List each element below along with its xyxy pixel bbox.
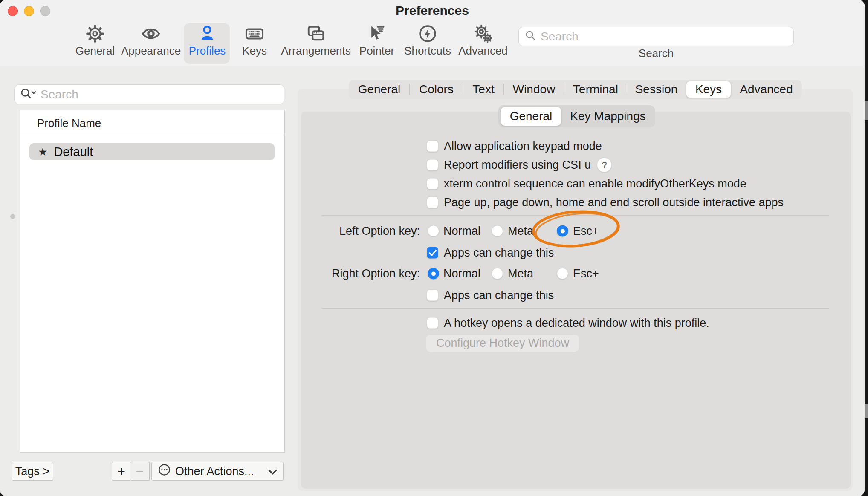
- cursor-icon: [367, 24, 386, 43]
- profile-search-field[interactable]: [14, 84, 284, 104]
- hotkey-window-checkbox[interactable]: [427, 317, 438, 329]
- checkbox-label: Apps can change this: [444, 289, 554, 302]
- toolbar-item-label: Pointer: [359, 44, 394, 58]
- profile-list-header: Profile Name: [37, 117, 101, 130]
- radio-label: Normal: [443, 225, 480, 238]
- checkbox-label: Apps can change this: [444, 246, 554, 260]
- checkbox-label: Report modifiers using CSI u: [444, 159, 591, 172]
- lightning-icon: [418, 24, 437, 43]
- radio-label: Normal: [443, 267, 480, 280]
- checkbox-label: A hotkey opens a dedicated window with t…: [444, 317, 709, 330]
- toolbar-search-input[interactable]: [541, 30, 787, 43]
- checkbox-label: Page up, page down, home and end scroll …: [444, 196, 784, 209]
- toolbar-item-label: Advanced: [458, 44, 508, 58]
- left-option-key-label: Left Option key:: [298, 225, 420, 238]
- search-icon: [525, 30, 536, 43]
- subtab-key-mappings[interactable]: Key Mappings: [561, 105, 655, 127]
- left-option-normal-radio[interactable]: [428, 225, 439, 237]
- gears-icon: [473, 24, 493, 43]
- profile-search-input[interactable]: [41, 88, 279, 101]
- pane-resize-dot: [10, 214, 15, 219]
- configure-hotkey-window-button[interactable]: Configure Hotkey Window: [426, 335, 579, 352]
- radio-label: Esc+: [573, 267, 599, 280]
- modify-other-keys-checkbox[interactable]: [427, 178, 438, 190]
- divider: [322, 308, 829, 309]
- person-icon: [198, 24, 217, 43]
- help-button[interactable]: ?: [597, 158, 612, 173]
- subtab-general[interactable]: General: [501, 107, 561, 126]
- tab-terminal[interactable]: Terminal: [564, 80, 627, 99]
- radio-label: Meta: [508, 225, 533, 238]
- tab-window[interactable]: Window: [504, 80, 564, 99]
- left-apps-can-change-checkbox[interactable]: [427, 247, 438, 259]
- keyboard-icon: [245, 24, 264, 43]
- profile-tab-bar: General Colors Text Window Terminal Sess…: [349, 80, 802, 99]
- chevron-down-icon: [268, 465, 277, 478]
- tab-text[interactable]: Text: [463, 80, 504, 99]
- tab-keys[interactable]: Keys: [686, 81, 731, 98]
- remove-profile-button[interactable]: −: [130, 462, 150, 481]
- ellipsis-circle-icon: [158, 463, 171, 479]
- gear-icon: [86, 24, 104, 43]
- divider: [20, 135, 284, 135]
- right-option-esc-radio[interactable]: [557, 268, 568, 280]
- toolbar-item-label: Keys: [242, 44, 267, 58]
- toolbar-search-label: Search: [518, 47, 794, 60]
- background-window-fragment: [865, 101, 868, 120]
- tab-colors[interactable]: Colors: [410, 80, 463, 99]
- profile-list: Profile Name ★ Default: [20, 110, 285, 453]
- toolbar-item-label: General: [75, 44, 115, 58]
- star-icon: ★: [38, 147, 47, 157]
- toolbar-search-field[interactable]: [518, 27, 794, 46]
- keypad-mode-checkbox[interactable]: [427, 141, 438, 152]
- window-title: Preferences: [0, 3, 865, 18]
- preferences-window: Preferences General: [0, 0, 865, 496]
- right-option-key-label: Right Option key:: [298, 267, 420, 280]
- eye-icon: [141, 24, 161, 43]
- right-option-normal-radio[interactable]: [428, 268, 439, 280]
- search-menu-icon: [20, 87, 37, 102]
- right-option-meta-radio[interactable]: [492, 268, 503, 280]
- tab-general[interactable]: General: [349, 80, 410, 99]
- other-actions-dropdown[interactable]: Other Actions...: [151, 462, 284, 481]
- left-option-meta-radio[interactable]: [492, 225, 503, 237]
- tab-advanced[interactable]: Advanced: [732, 80, 801, 99]
- keys-subtab-bar: General Key Mappings: [498, 105, 655, 127]
- right-apps-can-change-checkbox[interactable]: [427, 290, 438, 301]
- toolbar-item-label: Shortcuts: [404, 44, 451, 58]
- checkbox-label: xterm control sequence can enable modify…: [444, 177, 746, 190]
- other-actions-label: Other Actions...: [175, 465, 268, 478]
- checkbox-label: Allow application keypad mode: [444, 140, 602, 153]
- toolbar-item-advanced[interactable]: Advanced: [447, 24, 519, 58]
- profile-name: Default: [54, 145, 93, 159]
- titlebar: Preferences General: [0, 0, 865, 66]
- screenshot-root: Preferences General: [0, 0, 868, 496]
- tags-button[interactable]: Tags >: [12, 462, 53, 481]
- profile-row-default[interactable]: ★ Default: [29, 143, 275, 160]
- radio-label: Esc+: [573, 225, 599, 238]
- windows-icon: [306, 24, 326, 43]
- scroll-outside-apps-checkbox[interactable]: [427, 197, 438, 208]
- left-option-esc-radio[interactable]: [557, 225, 568, 237]
- csi-u-checkbox[interactable]: [427, 159, 438, 171]
- add-profile-button[interactable]: +: [112, 462, 131, 481]
- radio-label: Meta: [508, 267, 533, 280]
- background-window-fragment: [865, 404, 868, 418]
- divider: [322, 215, 829, 216]
- tab-session[interactable]: Session: [627, 80, 686, 99]
